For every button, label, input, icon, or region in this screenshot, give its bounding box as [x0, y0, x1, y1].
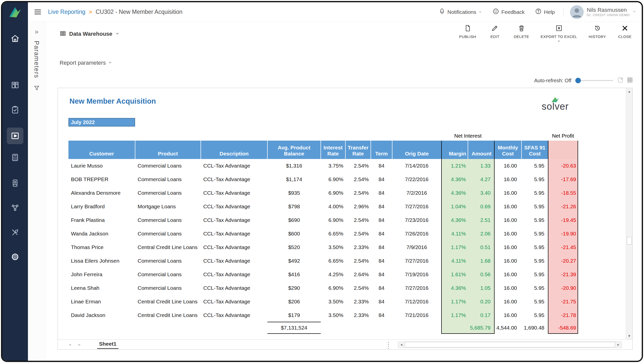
table-cell: 5.95 [521, 186, 548, 200]
column-header: Margin [441, 141, 468, 159]
total-cell [135, 322, 201, 334]
table-cell: 16.00 [494, 281, 521, 295]
grid-icon[interactable] [627, 77, 633, 84]
table-cell: -20.63 [548, 159, 578, 173]
table-cell: 7/14/2016 [392, 159, 441, 173]
filter-funnel-icon[interactable] [33, 85, 40, 92]
scroll-down-icon[interactable]: ▼ [626, 334, 632, 338]
table-cell: Alexandra Densmore [68, 186, 135, 200]
table-cell: -21.39 [548, 268, 578, 281]
breadcrumb-separator-icon: > [89, 9, 92, 15]
sidebar-item-tasks[interactable] [11, 105, 19, 114]
table-cell: CCL-Tax Advantage [201, 254, 267, 268]
expand-icon[interactable] [617, 77, 624, 84]
vertical-scroll-thumb[interactable] [627, 237, 632, 245]
table-cell: Mortgage Loans [135, 200, 201, 213]
export-to-excel-button[interactable]: EXPORT TO EXCEL [541, 24, 577, 44]
solver-report-logo: solver [536, 97, 574, 112]
table-cell: 16.00 [494, 240, 521, 254]
table-cell: Central Credit Line Loans [135, 308, 201, 322]
table-cell: 6.65% [321, 254, 345, 268]
splitter-handle[interactable] [388, 342, 389, 349]
column-header: Customer [68, 141, 135, 159]
scroll-right-icon[interactable]: ► [615, 342, 622, 348]
table-cell: 7/2/2016 [392, 186, 441, 200]
table-cell: 16.00 [494, 295, 521, 308]
table-row: Alexandra DensmoreCommercial LoansCCL-Ta… [68, 186, 578, 200]
horizontal-scrollbar[interactable]: ◄ ► [398, 341, 622, 348]
table-cell: 84 [371, 268, 392, 281]
sidebar-item-settings[interactable] [11, 252, 20, 261]
table-cell: -19.90 [548, 227, 578, 240]
help-button[interactable]: Help [535, 8, 555, 16]
datasource-selector[interactable]: Data Warehouse [60, 30, 119, 38]
table-cell: 0.51 [468, 240, 494, 254]
table-cell: $179 [267, 308, 321, 322]
publish-icon [464, 24, 471, 33]
user-menu[interactable]: Nils Rasmussen 02. CREDIT UNION DEMO [570, 5, 636, 19]
topbar-divider [563, 8, 564, 16]
sheet-tab[interactable]: Sheet1 [97, 340, 118, 349]
table-cell: David Jackson [68, 308, 135, 322]
bell-icon [439, 8, 445, 16]
table-cell: $1,316 [267, 159, 321, 173]
notifications-button[interactable]: Notifications [439, 8, 482, 16]
table-cell: CCL-Tax Advantage [201, 268, 267, 281]
report-parameters-toggle[interactable]: Report parameters [60, 60, 112, 66]
autorefresh-slider[interactable] [575, 80, 613, 81]
sidebar-item-mobile[interactable] [11, 179, 19, 187]
table-row: John FerreiraCommercial LoansCCL-Tax Adv… [68, 268, 578, 281]
scroll-left-icon[interactable]: ◄ [398, 342, 405, 348]
table-cell: 84 [371, 308, 392, 322]
table-cell: 7/9/2016 [392, 240, 441, 254]
scroll-up-icon[interactable]: ▲ [626, 90, 632, 93]
publish-button[interactable]: PUBLISH [459, 24, 476, 39]
prev-sheet-icon[interactable]: ◄ [68, 342, 72, 347]
menu-icon[interactable] [34, 10, 41, 14]
table-cell: 84 [371, 281, 392, 295]
sheet-tab-bar: ◄ ► Sheet1 ◄ ► [58, 339, 632, 349]
feedback-button[interactable]: Feedback [493, 8, 525, 16]
close-button[interactable]: CLOSE [618, 24, 632, 39]
period-filter: July 2022 [68, 118, 135, 127]
user-name: Nils Rasmussen [587, 7, 630, 13]
feedback-label: Feedback [501, 9, 525, 15]
history-button[interactable]: HISTORY [589, 24, 606, 39]
horizontal-scroll-thumb[interactable] [405, 342, 615, 347]
autorefresh-knob[interactable] [575, 78, 581, 83]
table-cell: Leena Shah [68, 281, 135, 295]
table-row: Wanda JacksonCommercial LoansCCL-Tax Adv… [68, 227, 578, 240]
table-cell: BOB TREPPER [68, 173, 135, 186]
sidebar-item-tools[interactable] [11, 228, 19, 237]
table-cell: 7/26/2016 [392, 227, 441, 240]
sidebar-item-calculator[interactable] [11, 153, 19, 162]
table-cell: 2.54% [345, 254, 371, 268]
table-cell: 84 [371, 227, 392, 240]
table-cell: 1.17% [441, 240, 468, 254]
vertical-scrollbar[interactable]: ▲ ▼ [626, 88, 632, 339]
table-cell: CCL-Tax Advantage [201, 186, 267, 200]
sidebar-item-home[interactable] [11, 34, 20, 43]
next-sheet-icon[interactable]: ► [78, 342, 82, 347]
net-profit-group-header: Net Profit [548, 131, 578, 141]
table-cell: 84 [371, 200, 392, 213]
table-cell: 2.33% [345, 308, 371, 322]
table-cell: 84 [371, 173, 392, 186]
solver-logo [8, 6, 22, 19]
table-cell: 7/21/2016 [392, 308, 441, 322]
sidebar-item-integrations[interactable] [11, 204, 19, 212]
edit-label: EDIT [490, 34, 499, 39]
table-cell: 1.61% [441, 268, 468, 281]
table-cell: -21.26 [548, 200, 578, 213]
expand-panel-icon[interactable]: » [35, 28, 38, 35]
breadcrumb-section[interactable]: Live Reporting [48, 9, 85, 15]
chevron-down-icon [108, 61, 112, 65]
delete-button[interactable]: DELETE [514, 24, 529, 39]
edit-button[interactable]: EDIT [488, 24, 502, 39]
table-cell: CCL-Tax Advantage [201, 159, 267, 173]
table-cell: 2.06 [468, 227, 494, 240]
table-cell: 84 [371, 295, 392, 308]
sidebar-item-live-reporting[interactable] [7, 128, 23, 144]
sidebar-item-workbooks[interactable] [11, 81, 19, 89]
table-cell: $492 [267, 254, 321, 268]
